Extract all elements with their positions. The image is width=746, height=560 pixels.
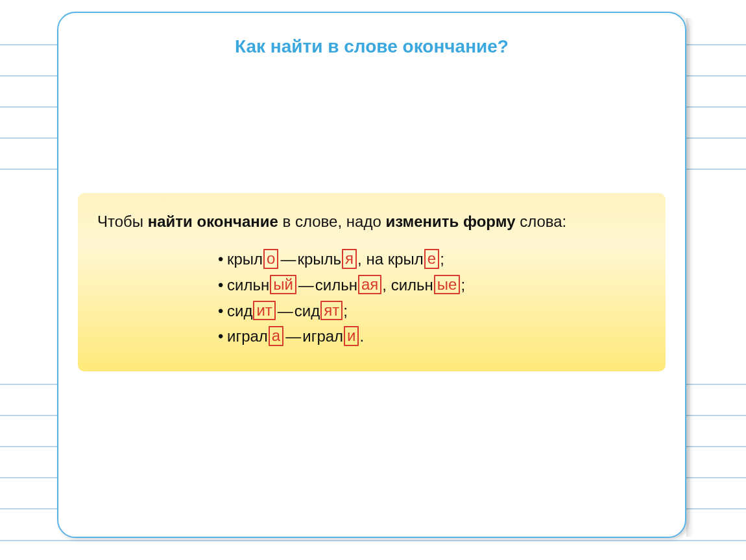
punctuation: ; <box>440 250 444 268</box>
word-stem: сильн <box>227 276 269 294</box>
example-row: • сильный — сильная, сильные; <box>218 272 646 298</box>
dash-separator: — <box>284 323 302 349</box>
example-row: • крыло — крылья, на крыле; <box>218 246 646 272</box>
word-stem: играл <box>302 327 343 345</box>
punctuation: ; <box>461 276 465 294</box>
word-ending-box: я <box>342 249 357 268</box>
card-shadow <box>686 18 694 537</box>
punctuation: , <box>357 250 362 268</box>
rule-bold-1: найти окончание <box>148 213 278 230</box>
bullet-icon: • <box>218 272 227 298</box>
rule-box: Чтобы найти окончание в слове, надо изме… <box>78 193 666 371</box>
example-row: • играла — играли. <box>218 323 646 349</box>
word-stem: крыль <box>297 250 341 268</box>
word-ending-box: ят <box>320 301 343 320</box>
bullet-icon: • <box>218 298 227 324</box>
punctuation: ; <box>343 302 348 320</box>
bullet-icon: • <box>218 246 227 272</box>
example-plain-text <box>387 276 391 294</box>
word-stem: сид <box>295 302 320 320</box>
dash-separator: — <box>276 298 295 324</box>
bullet-icon: • <box>218 323 227 349</box>
word-stem: сид <box>227 302 252 320</box>
word-stem: сильн <box>391 276 433 294</box>
punctuation: . <box>359 327 364 345</box>
rule-text-1: Чтобы <box>97 213 148 230</box>
word-ending-box: ые <box>434 275 461 294</box>
lesson-card: Как найти в слове окончание? Чтобы найти… <box>57 12 686 538</box>
example-plain-text: на <box>362 250 388 268</box>
rule-text-2: в слове, надо <box>278 213 386 230</box>
paper-rule-line <box>0 540 746 541</box>
example-row: • сидит — сидят; <box>218 298 646 324</box>
word-stem: крыл <box>388 250 424 268</box>
dash-separator: — <box>279 246 297 272</box>
word-ending-box: а <box>269 326 283 345</box>
word-ending-box: о <box>263 249 278 268</box>
word-ending-box: е <box>424 249 439 268</box>
word-ending-box: ит <box>253 301 275 320</box>
rule-sentence: Чтобы найти окончание в слове, надо изме… <box>97 211 646 232</box>
punctuation: , <box>382 276 387 294</box>
word-stem: крыл <box>227 250 263 268</box>
word-ending-box: ая <box>358 275 381 294</box>
word-stem: играл <box>227 327 268 345</box>
word-ending-box: ый <box>270 275 296 294</box>
rule-text-3: слова: <box>516 213 567 230</box>
word-stem: сильн <box>315 276 357 294</box>
dash-separator: — <box>297 272 315 298</box>
rule-bold-2: изменить форму <box>385 213 515 230</box>
lesson-title: Как найти в слове окончание? <box>58 36 685 57</box>
examples-list: • крыло — крылья, на крыле;• сильный — с… <box>218 246 646 349</box>
word-ending-box: и <box>344 326 359 345</box>
